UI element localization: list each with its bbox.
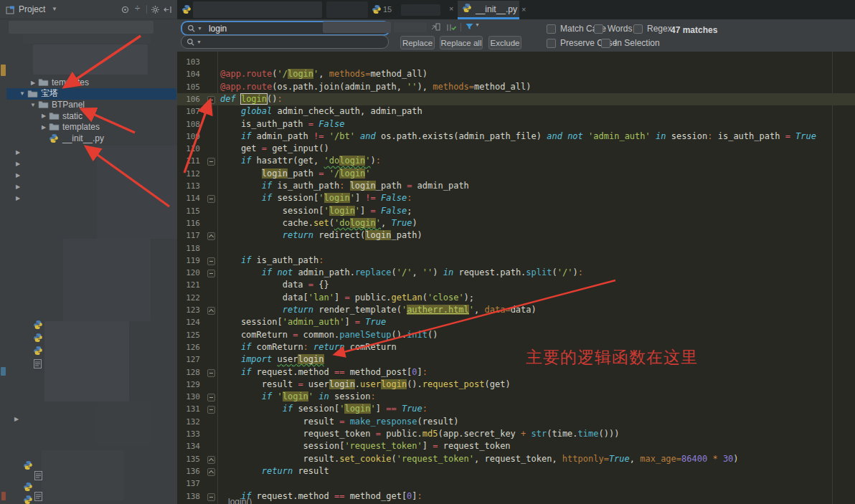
code-line-128[interactable]: 128 if request.method == method_post[0]: [177, 366, 855, 379]
code-line-131[interactable]: 131 if session['login'] == True: [177, 403, 855, 415]
code-line-114[interactable]: 114 if session['login'] != False: [177, 192, 855, 204]
tree-item-宝塔[interactable]: ▼宝塔 [6, 88, 176, 100]
fold-marker-icon[interactable] [207, 158, 215, 166]
chevron-right-icon[interactable]: ▶ [16, 161, 20, 167]
checkbox[interactable] [594, 24, 603, 34]
tree-item-templates[interactable]: ▶templates [6, 77, 176, 88]
checkbox[interactable] [547, 24, 556, 34]
code-line-138[interactable]: 138 if request.method == method_get[0]: [177, 490, 855, 503]
fold-marker-icon[interactable] [207, 270, 215, 277]
code-line-124[interactable]: 124 session['admin_auth'] = True [177, 316, 855, 328]
collapse-all-icon[interactable]: ÷ [135, 3, 140, 14]
fold-marker-icon[interactable] [207, 394, 215, 401]
chevron-down-icon[interactable]: ▼ [197, 26, 202, 31]
code-line-105[interactable]: 105@app.route(os.path.join(admin_path, '… [177, 81, 855, 93]
code-line-136[interactable]: 136 return result [177, 465, 855, 477]
checkbox[interactable] [633, 24, 643, 34]
replace-all-button[interactable]: Replace all [440, 36, 483, 49]
close-icon[interactable]: × [449, 4, 453, 13]
code-line-123[interactable]: 123 return render_template('autherr.html… [177, 304, 855, 316]
fold-marker-icon[interactable] [207, 468, 215, 476]
code-line-130[interactable]: 130 if 'login' in session: [177, 391, 855, 403]
exclude-button[interactable]: Exclude [488, 36, 521, 49]
in-selection-option[interactable]: In Selection [601, 38, 660, 48]
fold-marker-icon[interactable] [207, 456, 215, 464]
replace-input[interactable]: ▼ [181, 35, 389, 49]
chevron-right-icon[interactable]: ▶ [28, 80, 38, 86]
code-line-110[interactable]: 110 get = get_input() [177, 143, 855, 155]
code-line-115[interactable]: 115 session['login'] = False; [177, 205, 855, 217]
fold-marker-icon[interactable] [207, 493, 215, 501]
tree-item-BTPanel[interactable]: ▼BTPanel [6, 99, 176, 110]
checkbox[interactable] [547, 39, 556, 48]
breadcrumb[interactable]: login() [228, 497, 252, 504]
code-line-122[interactable]: 122 data['lan'] = public.getLan('close')… [177, 292, 855, 304]
code-line-129[interactable]: 129 result = userlogin.userlogin().reque… [177, 379, 855, 391]
fold-marker-icon[interactable] [207, 96, 215, 104]
chevron-right-icon[interactable]: ▶ [16, 184, 20, 190]
chevron-down-icon[interactable]: ▼ [28, 102, 38, 108]
fold-marker-icon[interactable] [207, 369, 215, 377]
search-icon[interactable] [186, 38, 195, 47]
tab-init-py[interactable]: __init__.py × [458, 1, 519, 19]
fold-marker-icon[interactable] [207, 406, 215, 414]
code-line-121[interactable]: 121 data = {} [177, 279, 855, 291]
code-line-132[interactable]: 132 result = make_response(result) [177, 416, 855, 428]
tree-item-static[interactable]: ▶static [6, 110, 176, 122]
open-in-find-window-icon[interactable] [430, 22, 441, 35]
fold-marker-icon[interactable] [207, 195, 215, 203]
gear-icon[interactable] [151, 4, 160, 17]
project-panel-title[interactable]: Project [19, 4, 45, 14]
chevron-down-icon[interactable]: ▼ [52, 6, 57, 12]
redacted-tab[interactable] [401, 4, 440, 16]
tree-item-templates[interactable]: ▶templates [6, 121, 176, 133]
code-line-103[interactable]: 103 [177, 56, 855, 68]
words-option[interactable]: Words [594, 24, 632, 34]
code-line-104[interactable]: 104@app.route('/login', methods=method_a… [177, 68, 855, 80]
code-line-133[interactable]: 133 request_token = public.md5(app.secre… [177, 428, 855, 440]
redacted-tab[interactable] [326, 1, 368, 18]
close-icon[interactable]: × [521, 5, 526, 14]
locate-file-icon[interactable] [121, 4, 130, 17]
fold-marker-icon[interactable] [207, 257, 215, 265]
chevron-right-icon[interactable]: ▶ [16, 195, 20, 201]
code-line-134[interactable]: 134 session['request_token'] = request_t… [177, 440, 855, 452]
code-line-108[interactable]: 108 is_auth_path = False [177, 118, 855, 130]
fold-marker-icon[interactable] [207, 307, 215, 315]
chevron-right-icon[interactable]: ▶ [39, 113, 49, 119]
code-line-111[interactable]: 111 if hasattr(get, 'dologin'): [177, 155, 855, 167]
fold-marker-icon[interactable] [207, 232, 215, 240]
hide-panel-icon[interactable] [163, 4, 172, 17]
code-line-126[interactable]: 126 if comReturn: return comReturn [177, 341, 855, 353]
code-line-119[interactable]: 119 if is_auth_path: [177, 255, 855, 267]
chevron-right-icon[interactable]: ▶ [14, 416, 19, 422]
replace-button[interactable]: Replace [400, 36, 435, 49]
code-line-127[interactable]: 127 import userlogin [177, 353, 855, 366]
tree-item-__init__.py[interactable]: __init__.py [6, 133, 176, 144]
chevron-right-icon[interactable]: ▶ [16, 172, 20, 179]
code-line-107[interactable]: 107 global admin_check_auth, admin_path [177, 105, 855, 118]
code-line-113[interactable]: 113 if is_auth_path: login_path = admin_… [177, 180, 855, 192]
chevron-down-icon[interactable]: ▼ [17, 90, 27, 97]
code-line-117[interactable]: 117 return redirect(login_path) [177, 229, 855, 242]
code-line-118[interactable]: 118 [177, 242, 855, 255]
code-line-112[interactable]: 112 login_path = '/login' [177, 168, 855, 180]
tab-partial-label[interactable]: 15 [383, 5, 392, 14]
code-line-106[interactable]: 106def login(): [177, 93, 855, 105]
code-editor[interactable]: 103104@app.route('/login', methods=metho… [177, 52, 855, 504]
chevron-right-icon[interactable]: ▶ [39, 124, 49, 130]
filter-funnel-icon[interactable]: ▼ [465, 22, 480, 35]
code-line-109[interactable]: 109 if admin_path != '/bt' and os.path.e… [177, 130, 855, 143]
code-line-135[interactable]: 135 result.set_cookie('request_token', r… [177, 453, 855, 465]
redacted-tab[interactable] [193, 1, 322, 18]
chevron-down-icon[interactable]: ▼ [197, 39, 202, 44]
checkbox[interactable] [601, 39, 610, 48]
code-line-116[interactable]: 116 cache.set('dologin', True) [177, 217, 855, 229]
filter-results-icon[interactable] [445, 22, 456, 35]
code-line-125[interactable]: 125 comReturn = common.panelSetup().init… [177, 329, 855, 341]
search-icon[interactable] [187, 24, 196, 33]
code-line-137[interactable]: 137 [177, 477, 855, 490]
regex-option[interactable]: Regex [633, 24, 672, 34]
code-line-120[interactable]: 120 if not admin_path.replace('/', '') i… [177, 267, 855, 279]
chevron-right-icon[interactable]: ▶ [16, 149, 20, 156]
